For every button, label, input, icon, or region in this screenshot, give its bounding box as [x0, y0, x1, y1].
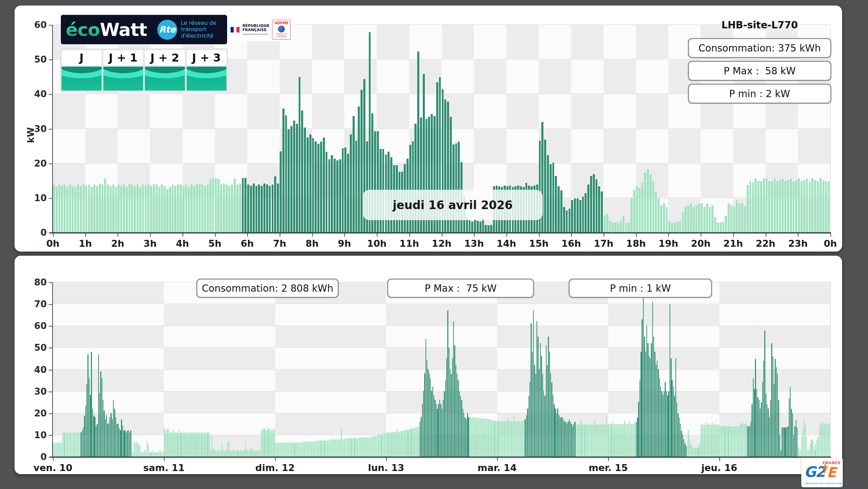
- consumption-bar: [386, 433, 387, 457]
- consumption-bar: [378, 435, 379, 457]
- consumption-bar: [700, 444, 700, 457]
- daily-pmax-badge: P Max : 58 kW: [688, 61, 831, 81]
- consumption-bar: [164, 428, 165, 457]
- consumption-bar: [708, 424, 708, 457]
- consumption-bar: [608, 424, 609, 457]
- day-button-j1[interactable]: J + 1: [103, 50, 143, 91]
- consumption-bar: [804, 419, 804, 457]
- consumption-bar: [820, 178, 822, 233]
- consumption-bar: [195, 432, 196, 457]
- consumption-bar: [749, 426, 750, 457]
- consumption-bar: [114, 409, 115, 457]
- consumption-bar: [656, 365, 656, 457]
- consumption-bar: [263, 428, 264, 457]
- consumption-bar: [577, 198, 579, 233]
- consumption-bar: [451, 374, 451, 457]
- consumption-bar: [99, 184, 101, 233]
- consumption-bar: [599, 425, 600, 457]
- x-tick-label: dim. 12: [255, 462, 295, 473]
- consumption-bar: [672, 380, 672, 457]
- consumption-bar: [663, 204, 665, 233]
- consumption-bar: [516, 421, 516, 457]
- consumption-bar: [325, 440, 325, 457]
- consumption-bar: [358, 106, 360, 233]
- consumption-bar: [246, 450, 247, 457]
- consumption-bar: [122, 426, 123, 457]
- consumption-bar: [733, 426, 734, 457]
- consumption-bar: [610, 424, 611, 457]
- consumption-bar: [828, 423, 829, 457]
- consumption-bar: [749, 181, 752, 233]
- consumption-bar: [116, 424, 117, 457]
- y-axis-unit-label: kW: [26, 127, 36, 143]
- consumption-bar: [304, 442, 305, 457]
- consumption-bar: [253, 450, 254, 457]
- consumption-bar: [674, 223, 676, 233]
- consumption-bar: [701, 425, 701, 457]
- consumption-bar: [155, 452, 156, 457]
- consumption-bar: [63, 432, 64, 457]
- consumption-bar: [188, 433, 189, 457]
- weekly-consumption-chart[interactable]: 01020304050607080ven. 10sam. 11dim. 12lu…: [53, 282, 831, 457]
- consumption-bar: [569, 209, 571, 233]
- x-tick-label: 22h: [756, 238, 775, 249]
- consumption-bar: [203, 432, 204, 457]
- day-button-j3[interactable]: J + 3: [187, 50, 227, 91]
- consumption-bar: [303, 441, 304, 457]
- x-tick-label: 21h: [723, 238, 743, 249]
- x-tick-label: 16h: [561, 238, 581, 249]
- consumption-bar: [430, 378, 431, 457]
- consumption-bar: [323, 440, 323, 457]
- consumption-bar: [142, 185, 144, 233]
- consumption-bar: [226, 185, 228, 233]
- consumption-bar: [158, 452, 159, 457]
- consumption-bar: [335, 440, 336, 457]
- consumption-bar: [295, 442, 295, 457]
- consumption-bar: [713, 425, 714, 457]
- x-axis-tick: [636, 233, 637, 237]
- consumption-bar: [273, 431, 273, 457]
- consumption-bar: [675, 358, 676, 457]
- consumption-bar: [473, 417, 474, 457]
- consumption-bar: [420, 422, 420, 457]
- consumption-bar: [573, 424, 574, 457]
- consumption-bar: [811, 440, 811, 457]
- consumption-bar: [266, 431, 267, 457]
- consumption-bar: [794, 426, 795, 457]
- consumption-bar: [439, 400, 440, 457]
- consumption-bar: [517, 422, 517, 457]
- site-title: LHB-site-L770: [688, 19, 831, 31]
- consumption-bar: [53, 185, 55, 233]
- x-tick-label: 13h: [464, 238, 484, 249]
- consumption-bar: [561, 417, 561, 457]
- consumption-bar: [558, 186, 560, 233]
- consumption-bar: [282, 109, 284, 233]
- x-axis-tick: [701, 233, 701, 237]
- consumption-bar: [213, 448, 213, 457]
- consumption-bar: [72, 186, 74, 233]
- y-axis-tick: [49, 392, 52, 392]
- consumption-bar: [367, 437, 368, 457]
- consumption-bar: [711, 425, 712, 457]
- y-axis-tick: [49, 370, 52, 370]
- y-axis-tick: [49, 25, 52, 26]
- consumption-bar: [56, 187, 58, 233]
- consumption-bar: [199, 433, 199, 457]
- consumption-bar: [104, 411, 104, 457]
- consumption-bar: [776, 181, 778, 233]
- consumption-bar: [762, 382, 763, 457]
- consumption-bar: [620, 221, 622, 233]
- consumption-bar: [61, 186, 63, 233]
- consumption-bar: [254, 451, 255, 457]
- day-button-j[interactable]: J: [62, 50, 102, 91]
- day-button-j2[interactable]: J + 2: [145, 50, 185, 91]
- consumption-bar: [347, 438, 347, 457]
- consumption-bar: [411, 429, 412, 457]
- consumption-bar: [671, 358, 671, 457]
- consumption-bar: [682, 435, 683, 457]
- consumption-bar: [186, 432, 187, 457]
- x-axis-tick: [506, 233, 507, 237]
- consumption-bar: [728, 204, 730, 233]
- consumption-bar: [260, 450, 261, 457]
- consumption-bar: [115, 187, 117, 233]
